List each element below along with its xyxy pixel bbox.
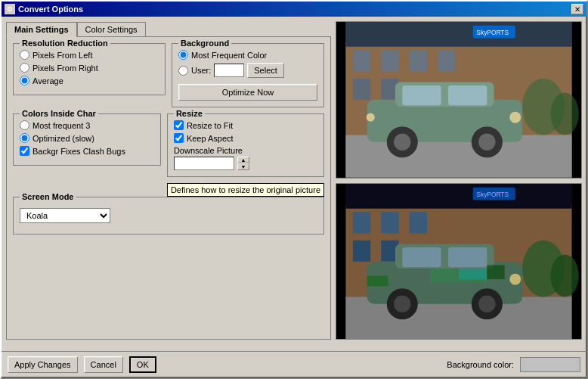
svg-rect-42 bbox=[367, 275, 388, 286]
close-button[interactable]: ✕ bbox=[571, 4, 583, 14]
svg-text:SkyPORTS: SkyPORTS bbox=[476, 190, 509, 197]
svg-rect-4 bbox=[410, 50, 427, 71]
svg-rect-29 bbox=[353, 240, 370, 261]
background-radio-user[interactable] bbox=[178, 66, 188, 76]
optimize-button[interactable]: Optimize Now bbox=[178, 84, 317, 101]
svg-rect-45 bbox=[346, 184, 572, 209]
svg-rect-27 bbox=[381, 212, 398, 233]
resize-group: Resize Resize to Fit Keep Aspect Downsca… bbox=[167, 113, 324, 177]
screen-mode-group: Screen Mode Koala Standard Multi-color bbox=[13, 197, 324, 235]
resize-checkbox2-label: Keep Aspect bbox=[187, 134, 234, 143]
colors-inside-group: Colors Inside Char Most frequent 3 Optim… bbox=[13, 113, 161, 166]
tab-content: Resolution Reduction Pixels From Left Pi… bbox=[6, 36, 331, 340]
svg-point-16 bbox=[478, 134, 495, 151]
resize-checkbox1-label: Resize to Fit bbox=[187, 121, 233, 130]
background-radio-frequent[interactable] bbox=[178, 50, 188, 60]
background-user-row: User: Select bbox=[178, 63, 317, 78]
svg-rect-3 bbox=[381, 50, 398, 71]
svg-point-49 bbox=[550, 254, 578, 297]
bottom-bar: Apply Changes Cancel OK Background color… bbox=[2, 351, 586, 377]
colors-checkbox-backgr[interactable] bbox=[20, 146, 29, 156]
image-preview-top: SkyPORTS bbox=[336, 21, 582, 179]
svg-rect-5 bbox=[438, 50, 455, 71]
svg-rect-36 bbox=[402, 247, 441, 267]
resize-checkbox2-row: Keep Aspect bbox=[174, 133, 317, 143]
resize-checkbox1-row: Resize to Fit bbox=[174, 120, 317, 130]
colors-option1-row: Most frequent 3 bbox=[20, 120, 154, 130]
screen-mode-label: Screen Mode bbox=[20, 192, 76, 201]
downscale-input[interactable] bbox=[174, 157, 234, 170]
svg-point-44 bbox=[509, 273, 521, 284]
resolution-radio-left[interactable] bbox=[20, 50, 29, 60]
colors-checkbox1-label: Backgr Fixes Clash Bugs bbox=[32, 147, 125, 156]
svg-rect-43 bbox=[487, 265, 504, 279]
svg-rect-12 bbox=[448, 85, 487, 105]
screen-mode-select-row: Koala Standard Multi-color bbox=[20, 203, 317, 228]
downscale-row: Downscale Picture bbox=[174, 146, 317, 155]
svg-point-18 bbox=[367, 113, 375, 121]
resolution-option3-row: Average bbox=[20, 76, 159, 85]
colors-radio-optimized[interactable] bbox=[20, 133, 29, 143]
svg-rect-6 bbox=[353, 79, 370, 100]
resolution-option3-label: Average bbox=[32, 76, 63, 85]
tooltip: Defines how to resize the original pictu… bbox=[167, 183, 324, 197]
svg-text:SkyPORTS: SkyPORTS bbox=[476, 29, 509, 36]
background-option1-label: Most Frequent Color bbox=[191, 51, 267, 60]
car-image-bottom: SkyPORTS bbox=[336, 184, 581, 340]
image-preview-bottom: SkyPORTS bbox=[336, 183, 582, 340]
background-user-label: User: bbox=[191, 66, 211, 75]
spin-buttons: ▲ ▼ bbox=[237, 157, 249, 170]
tab-color-settings[interactable]: Color Settings bbox=[77, 22, 146, 37]
svg-rect-37 bbox=[448, 247, 487, 267]
screen-mode-select[interactable]: Koala Standard Multi-color bbox=[20, 208, 110, 223]
resize-checkbox-fit[interactable] bbox=[174, 120, 184, 130]
user-color-box[interactable] bbox=[214, 64, 244, 77]
cancel-button[interactable]: Cancel bbox=[84, 356, 123, 373]
svg-rect-19 bbox=[346, 22, 572, 47]
apply-changes-button[interactable]: Apply Changes bbox=[8, 356, 78, 373]
colors-option1-label: Most frequent 3 bbox=[32, 121, 90, 130]
spin-up-button[interactable]: ▲ bbox=[237, 157, 249, 163]
select-button[interactable]: Select bbox=[247, 63, 284, 78]
downscale-label: Downscale Picture bbox=[174, 146, 243, 155]
svg-point-41 bbox=[478, 295, 495, 312]
background-color-preview bbox=[520, 357, 580, 372]
title-bar: ⚙ Convert Options ✕ bbox=[2, 2, 586, 17]
colors-radio-frequent[interactable] bbox=[20, 120, 29, 130]
colors-inside-label: Colors Inside Char bbox=[20, 109, 98, 118]
svg-point-17 bbox=[509, 112, 521, 123]
svg-rect-11 bbox=[402, 85, 441, 105]
resolution-option2-label: Pixels From Right bbox=[32, 64, 98, 73]
left-panel: Main Settings Color Settings Resolution … bbox=[6, 21, 331, 340]
svg-point-14 bbox=[394, 134, 410, 151]
resolution-radio-right[interactable] bbox=[20, 63, 29, 73]
resolution-label: Resolution Reduction bbox=[20, 39, 110, 48]
resolution-option2-row: Pixels From Right bbox=[20, 63, 159, 73]
svg-rect-26 bbox=[353, 212, 370, 233]
tab-bar: Main Settings Color Settings bbox=[6, 21, 331, 36]
ok-button[interactable]: OK bbox=[129, 356, 156, 373]
resolution-group: Resolution Reduction Pixels From Left Pi… bbox=[13, 43, 166, 95]
svg-point-23 bbox=[550, 92, 578, 135]
right-panel: SkyPORTS bbox=[336, 21, 582, 340]
spin-down-button[interactable]: ▼ bbox=[237, 163, 249, 170]
downscale-input-row: ▲ ▼ bbox=[174, 157, 317, 170]
colors-checkbox1-row: Backgr Fixes Clash Bugs bbox=[20, 146, 154, 156]
window-title: Convert Options bbox=[18, 5, 83, 14]
resolution-option1-label: Pixels From Left bbox=[32, 51, 92, 60]
background-group: Background Most Frequent Color User: Sel… bbox=[172, 43, 324, 107]
colors-option2-row: Optimized (slow) bbox=[20, 133, 154, 143]
resize-label: Resize bbox=[174, 109, 205, 118]
bottom-bar-right: Background color: bbox=[447, 357, 580, 372]
main-window: ⚙ Convert Options ✕ Main Settings Color … bbox=[0, 0, 588, 379]
bottom-bar-left: Apply Changes Cancel OK bbox=[8, 356, 156, 373]
background-option1-row: Most Frequent Color bbox=[178, 50, 317, 60]
tab-main-settings[interactable]: Main Settings bbox=[6, 22, 77, 37]
svg-point-39 bbox=[394, 295, 410, 312]
svg-rect-2 bbox=[353, 50, 370, 71]
colors-option2-label: Optimized (slow) bbox=[32, 134, 94, 143]
resize-checkbox-aspect[interactable] bbox=[174, 133, 184, 143]
background-label: Background bbox=[178, 39, 231, 48]
resolution-radio-average[interactable] bbox=[20, 76, 29, 85]
car-image-top: SkyPORTS bbox=[336, 22, 581, 178]
